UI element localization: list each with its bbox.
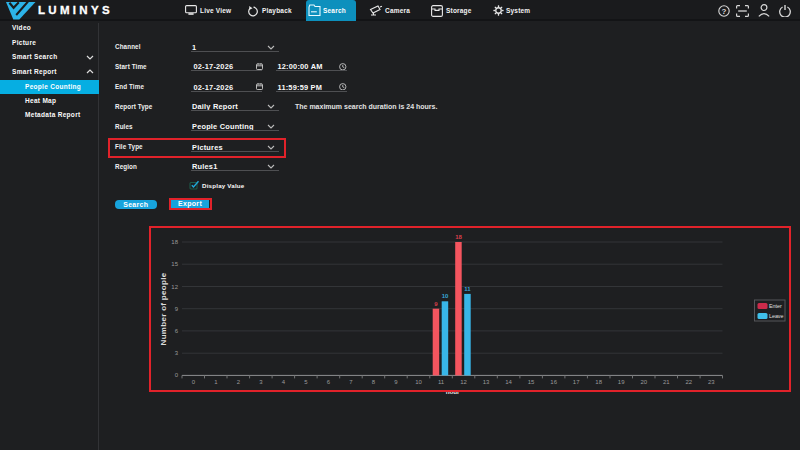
svg-text:?: ? [722, 6, 727, 15]
